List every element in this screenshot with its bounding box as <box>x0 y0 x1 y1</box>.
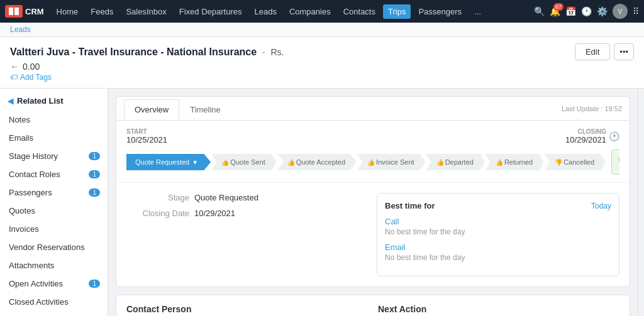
sidebar-item-quotes[interactable]: Quotes <box>0 202 108 220</box>
stage-history-badge: 1 <box>89 152 100 160</box>
sidebar-invoices-label: Invoices <box>9 224 39 234</box>
page-title: Valtteri Juva - Travel Insurance - Natio… <box>10 46 284 58</box>
main-layout: ◀ Related List Notes Emails Stage Histor… <box>0 89 644 316</box>
stage-step-invoice-sent[interactable]: 👍 Invoice Sent <box>357 154 426 170</box>
add-tags[interactable]: 🏷 Add Tags <box>10 73 634 82</box>
sidebar-closed-activities-label: Closed Activities <box>9 297 69 307</box>
tab-overview[interactable]: Overview <box>124 99 179 120</box>
scrollbar[interactable] <box>638 89 644 316</box>
more-button[interactable]: ••• <box>614 43 634 60</box>
stage-row: Stage Quote Requested <box>126 193 369 202</box>
content-area: Overview Timeline Last Update : 19:52 ST… <box>108 89 638 316</box>
sidebar-item-stage-history[interactable]: Stage History 1 <box>0 147 108 165</box>
step-label-2: Quote Accepted <box>296 158 345 166</box>
tab-buttons: Overview Timeline <box>124 97 231 120</box>
best-time-header: Best time for Today <box>385 201 611 210</box>
stage-section: START 10/25/2021 CLOSING 10/29/2021 🕐 <box>116 121 630 182</box>
nav-home[interactable]: Home <box>52 4 84 19</box>
sidebar-stage-history-label: Stage History <box>9 151 58 161</box>
stage-step-departed[interactable]: 👍 Departed <box>426 154 485 170</box>
step-icon-5: 👍 <box>496 159 503 166</box>
currency-label: Rs. <box>270 47 284 57</box>
nav-leads[interactable]: Leads <box>249 4 281 19</box>
tag-icon: 🏷 <box>10 73 18 82</box>
sidebar-item-passengers[interactable]: Passengers 1 <box>0 183 108 202</box>
stage-step-returned[interactable]: 👍 Returned <box>486 154 544 170</box>
step-label-1: Quote Sent <box>230 158 265 166</box>
sidebar-item-attachments[interactable]: Attachments <box>0 256 108 275</box>
step-label-4: Departed <box>445 158 474 166</box>
nav-more[interactable]: ... <box>469 4 486 19</box>
stage-step-cancelled[interactable]: 👎 Cancelled <box>545 154 606 170</box>
calendar-icon[interactable]: 📅 <box>565 6 576 16</box>
sidebar-item-vendor-reservations[interactable]: Vendor Reservations <box>0 238 108 256</box>
top-nav: CRM Home Feeds SalesInbox Fixed Departur… <box>0 0 644 23</box>
sidebar-item-invoices[interactable]: Invoices <box>0 220 108 238</box>
nav-trips[interactable]: Trips <box>383 4 411 19</box>
nav-feeds[interactable]: Feeds <box>86 4 118 19</box>
amount-value: 0.00 <box>23 62 40 72</box>
sidebar-emails-label: Emails <box>9 133 33 143</box>
breadcrumb-link[interactable]: Leads <box>10 25 31 34</box>
email-desc: No best time for the day <box>385 253 611 262</box>
step-label: Quote Requested <box>135 158 189 166</box>
tab-bar: Overview Timeline Last Update : 19:52 <box>116 96 630 120</box>
stage-info: Stage Quote Requested Closing Date 10/29… <box>116 182 630 286</box>
sidebar: ◀ Related List Notes Emails Stage Histor… <box>0 89 108 316</box>
sidebar-item-notes[interactable]: Notes <box>0 111 108 129</box>
sidebar-header: ◀ Related List <box>0 89 108 111</box>
step-icon-3: 👍 <box>367 159 375 166</box>
crm-logo-text: CRM <box>25 7 44 16</box>
breadcrumb: Leads <box>0 23 644 37</box>
sidebar-item-closed-activities[interactable]: Closed Activities <box>0 293 108 311</box>
nav-fixed-departures[interactable]: Fixed Departures <box>174 4 247 19</box>
sidebar-notes-label: Notes <box>9 115 30 124</box>
clock-nav-icon[interactable]: 🕐 <box>581 6 592 16</box>
notification-icon[interactable]: 🔔 67 <box>550 6 560 16</box>
sidebar-item-open-activities[interactable]: Open Activities 1 <box>0 275 108 293</box>
edit-button[interactable]: Edit <box>575 43 610 60</box>
next-action-group: Next Action DEC 29, 2020 ⚑ Follow up Val… <box>378 304 619 316</box>
step-label-6: Cancelled <box>564 158 594 166</box>
svg-rect-0 <box>9 8 13 15</box>
nav-salesinbox[interactable]: SalesInbox <box>121 4 171 19</box>
sidebar-item-emails[interactable]: Emails <box>0 129 108 147</box>
step-icon-6: 👎 <box>555 159 562 166</box>
sidebar-item-contact-roles[interactable]: Contact Roles 1 <box>0 165 108 183</box>
title-separator: - <box>262 46 265 57</box>
clock-icon: 🕐 <box>609 131 619 141</box>
closing-date-group: CLOSING 10/29/2021 🕐 <box>565 128 619 144</box>
nav-passengers[interactable]: Passengers <box>413 4 467 19</box>
call-desc: No best time for the day <box>385 227 611 236</box>
start-label: START <box>126 128 167 135</box>
nav-companies[interactable]: Companies <box>284 4 336 19</box>
contact-section: Contact Person VJ Mr. Valtteri Juva Prim… <box>116 295 630 316</box>
closing-date-row: Closing Date 10/29/2021 <box>126 209 369 218</box>
today-link[interactable]: Today <box>591 202 611 210</box>
sidebar-header-icon: ◀ <box>8 97 13 106</box>
like-button[interactable]: 👍 ▾ <box>611 150 619 175</box>
sidebar-quotes-label: Quotes <box>9 206 35 215</box>
apps-icon[interactable]: ⠿ <box>633 6 639 16</box>
back-icon[interactable]: ← <box>10 62 19 72</box>
settings-icon[interactable]: ⚙️ <box>597 6 608 16</box>
tab-timeline[interactable]: Timeline <box>179 99 231 120</box>
contact-person-group: Contact Person VJ Mr. Valtteri Juva Prim… <box>126 304 368 316</box>
start-date-group: START 10/25/2021 <box>126 128 167 144</box>
stage-dates: START 10/25/2021 CLOSING 10/29/2021 🕐 <box>126 128 619 144</box>
sidebar-item-zoho-survey[interactable]: Zoho Survey <box>0 311 108 316</box>
closing-date-label: Closing Date <box>126 209 189 218</box>
closing-label: CLOSING <box>565 128 606 135</box>
email-label: Email <box>385 242 611 252</box>
search-icon[interactable]: 🔍 <box>534 6 545 16</box>
nav-contacts[interactable]: Contacts <box>338 4 380 19</box>
pipeline-actions: 👍 ▾ 👎 ▾ <box>611 150 619 175</box>
sidebar-passengers-label: Passengers <box>9 188 52 197</box>
page-header: Valtteri Juva - Travel Insurance - Natio… <box>0 37 644 89</box>
add-tags-label: Add Tags <box>20 73 52 82</box>
avatar[interactable]: V <box>613 4 628 19</box>
stage-step-quote-accepted[interactable]: 👍 Quote Accepted <box>277 154 357 170</box>
closing-date-info-value: 10/29/2021 <box>194 209 235 218</box>
stage-step-quote-sent[interactable]: 👍 Quote Sent <box>211 154 277 170</box>
stage-step-quote-requested[interactable]: Quote Requested ▼ <box>126 154 211 170</box>
